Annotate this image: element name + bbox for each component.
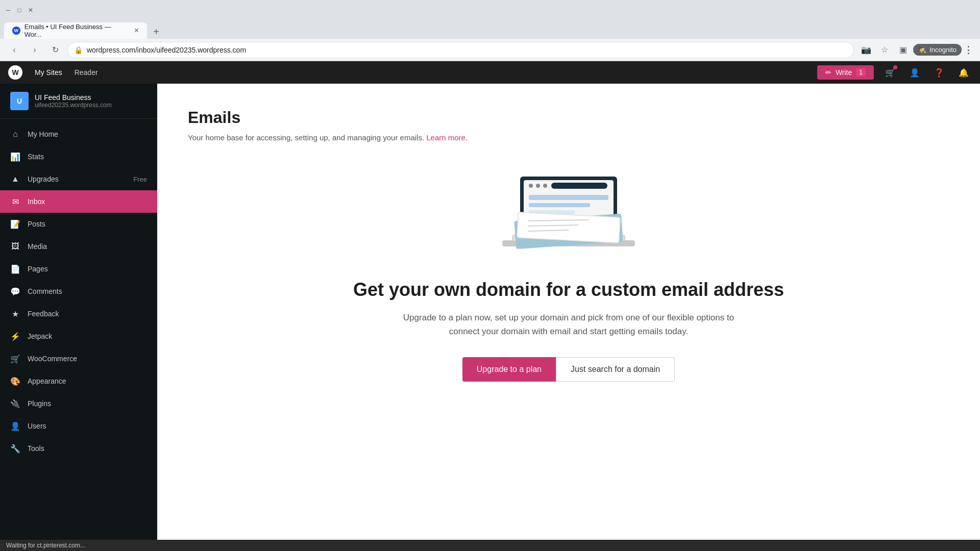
status-text: Waiting for ct.pinterest.com... [6,542,85,549]
forward-button[interactable]: › [27,42,43,58]
upgrades-icon: ▲ [10,174,20,184]
write-count-badge: 1 [856,68,866,77]
home-icon: ⌂ [10,129,20,139]
address-bar[interactable]: 🔒 wordpress.com/inbox/uifeed20235.wordpr… [67,42,854,58]
incognito-label: Incognito [929,46,957,54]
sidebar-item-feedback[interactable]: ★ Feedback [0,303,157,325]
refresh-button[interactable]: ↻ [47,42,63,58]
browser-titlebar: ─ □ ✕ W Emails • UI Feed Business — Wor.… [0,0,980,61]
cta-buttons: Upgrade to a plan Just search for a doma… [229,357,909,382]
incognito-badge: 🕵 Incognito [913,44,962,56]
write-label: Write [836,68,852,77]
sidebar-item-inbox[interactable]: ✉ Inbox [0,190,157,213]
tab-title: Emails • UI Feed Business — Wor... [24,23,128,38]
site-avatar: U [10,92,29,110]
feedback-icon: ★ [10,309,20,319]
url-text: wordpress.com/inbox/uifeed20235.wordpres… [87,46,246,54]
posts-icon: 📝 [10,219,20,229]
comments-icon: 💬 [10,286,20,296]
bookmark-icon[interactable]: ☆ [876,42,893,58]
lock-icon: 🔒 [74,46,83,54]
sidebar-item-label: Pages [28,265,48,273]
sidebar-item-woocommerce[interactable]: 🛒 WooCommerce [0,347,157,370]
my-sites-nav-item[interactable]: My Sites [35,68,62,77]
help-icon-button[interactable]: ❓ [931,64,947,81]
svg-point-4 [529,184,533,188]
upgrade-to-plan-button[interactable]: Upgrade to a plan [462,357,556,382]
sidebar-item-my-home[interactable]: ⌂ My Home [0,123,157,145]
cta-description: Upgrade to a plan now, set up your domai… [390,311,747,338]
cta-section: Get your own domain for a custom email a… [188,279,949,382]
sidebar-item-plugins[interactable]: 🔌 Plugins [0,392,157,415]
cta-title: Get your own domain for a custom email a… [229,279,909,300]
more-options-button[interactable]: ⋮ [964,44,974,56]
page-description: Your home base for accessing, setting up… [188,133,949,142]
camera-icon[interactable]: 📷 [858,42,874,58]
incognito-icon: 🕵 [918,46,926,54]
wp-navbar: W My Sites Reader ✏ Write 1 🛒 👤 ❓ 🔔 [0,61,980,84]
woocommerce-icon: 🛒 [10,354,20,364]
sidebar-item-label: Users [28,422,46,430]
new-tab-button[interactable]: + [149,24,163,39]
sidebar-item-tools[interactable]: 🔧 Tools [0,437,157,460]
free-badge: Free [133,176,147,183]
sidebar-item-label: Posts [28,220,45,228]
svg-rect-8 [529,195,608,200]
close-button[interactable]: ✕ [27,6,35,14]
sidebar-item-label: Plugins [28,399,51,408]
sidebar-item-appearance[interactable]: 🎨 Appearance [0,370,157,392]
email-illustration [188,166,949,258]
svg-point-5 [536,184,540,188]
tab-close-icon[interactable]: × [134,26,139,35]
plugins-icon: 🔌 [10,398,20,409]
content-area: Emails Your home base for accessing, set… [157,84,980,551]
page-title: Emails [188,108,949,127]
write-button[interactable]: ✏ Write 1 [817,65,874,80]
wordpress-logo[interactable]: W [8,65,22,80]
sidebar-item-stats[interactable]: 📊 Stats [0,145,157,168]
sidebar-item-users[interactable]: 👤 Users [0,415,157,437]
maximize-button[interactable]: □ [15,6,23,14]
sidebar-navigation: ⌂ My Home 📊 Stats ▲ Upgrades Free ✉ Inbo… [0,119,157,464]
back-button[interactable]: ‹ [6,42,22,58]
sidebar-item-label: Comments [28,287,62,295]
inbox-icon: ✉ [10,196,20,207]
media-icon: 🖼 [10,241,20,252]
sidebar-item-comments[interactable]: 💬 Comments [0,280,157,303]
users-icon: 👤 [10,421,20,431]
site-info[interactable]: U UI Feed Business uifeed20235.wordpress… [0,84,157,119]
reader-nav-item[interactable]: Reader [75,68,98,77]
sidebar-item-label: Inbox [28,197,45,206]
notifications-icon-button[interactable]: 🔔 [955,64,972,81]
svg-rect-9 [529,203,590,207]
cart-badge [893,65,897,69]
sidebar-item-jetpack[interactable]: ⚡ Jetpack [0,325,157,347]
appearance-icon: 🎨 [10,376,20,386]
browser-tab[interactable]: W Emails • UI Feed Business — Wor... × [4,22,147,39]
sidebar-item-upgrades[interactable]: ▲ Upgrades Free [0,168,157,190]
sidebar-item-pages[interactable]: 📄 Pages [0,258,157,280]
minimize-button[interactable]: ─ [4,6,12,14]
sidebar-item-label: Appearance [28,377,66,385]
page-desc-text: Your home base for accessing, setting up… [188,133,424,142]
sidebar-item-label: WooCommerce [28,355,77,363]
stats-icon: 📊 [10,152,20,162]
site-name: UI Feed Business [35,93,112,102]
sidebar-item-posts[interactable]: 📝 Posts [0,213,157,235]
sidebar-toggle-icon[interactable]: ▣ [895,42,911,58]
sidebar: U UI Feed Business uifeed20235.wordpress… [0,84,157,551]
status-bar: Waiting for ct.pinterest.com... [0,540,980,551]
svg-point-6 [543,184,547,188]
svg-rect-7 [551,183,607,189]
write-icon: ✏ [825,68,831,77]
sidebar-item-label: Media [28,242,47,251]
site-url: uifeed20235.wordpress.com [35,102,112,109]
svg-rect-12 [517,212,620,243]
just-search-domain-button[interactable]: Just search for a domain [556,357,675,382]
profile-icon-button[interactable]: 👤 [906,64,923,81]
sidebar-item-label: Jetpack [28,332,52,340]
sidebar-item-label: Tools [28,444,44,453]
learn-more-link[interactable]: Learn more. [426,133,468,142]
cart-icon-button[interactable]: 🛒 [882,64,898,81]
sidebar-item-media[interactable]: 🖼 Media [0,235,157,258]
